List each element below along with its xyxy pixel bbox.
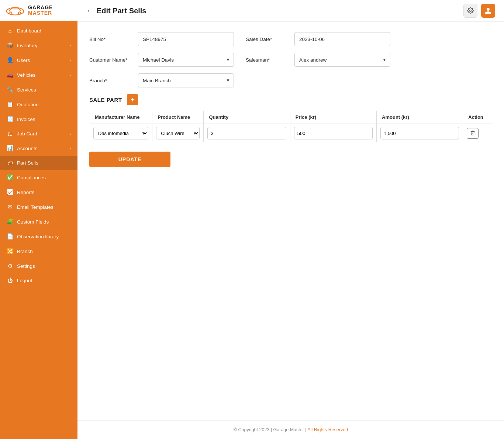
col-manufacturer: Manufacturer Name xyxy=(90,111,152,124)
bill-no-field: Bill No* xyxy=(89,32,234,46)
footer: © Copyright 2023 | Garage Master | All R… xyxy=(77,420,504,439)
salesman-field: Salesman* Alex andrew ▼ xyxy=(246,53,390,67)
main-content: ← Edit Part Sells Bill No* xyxy=(77,0,504,439)
sidebar-item-part-sells[interactable]: 🏷Part Sells xyxy=(0,156,77,170)
sidebar-item-branch[interactable]: 🔀Branch xyxy=(0,244,77,259)
sale-part-header: SALE PART + xyxy=(89,94,492,105)
sidebar-item-label-settings: Settings xyxy=(17,263,35,269)
manufacturer-select-wrap: Das infomedia ▼ xyxy=(93,127,148,139)
topbar: ← Edit Part Sells xyxy=(77,0,504,22)
sales-date-label: Sales Date* xyxy=(246,37,290,42)
table-header-row: Manufacturer Name Product Name Quantity … xyxy=(90,111,492,124)
sidebar-item-label-logout: Logout xyxy=(17,278,32,283)
svg-point-4 xyxy=(19,12,20,14)
update-button[interactable]: UPDATE xyxy=(89,152,170,167)
branch-select-wrap: Main Branch ▼ xyxy=(138,73,234,87)
price-input[interactable] xyxy=(294,127,373,139)
salesman-label: Salesman* xyxy=(246,57,290,63)
services-icon: 🔧 xyxy=(7,86,13,93)
compliances-icon: ✅ xyxy=(7,174,13,181)
sidebar-item-label-job-card: Job Card xyxy=(17,131,37,136)
user-profile-button[interactable] xyxy=(481,4,495,18)
quotation-icon: 📋 xyxy=(7,101,13,108)
sidebar-item-email-templates[interactable]: ✉Email Templates xyxy=(0,200,77,214)
sidebar-item-label-users: Users xyxy=(17,58,30,63)
manufacturer-select[interactable]: Das infomedia xyxy=(93,127,148,139)
quantity-input[interactable] xyxy=(207,127,286,139)
topbar-title-area: ← Edit Part Sells xyxy=(86,7,146,15)
sales-date-input[interactable] xyxy=(294,32,390,46)
customer-name-field: Customer Name* Michael Davis ▼ xyxy=(89,53,234,67)
parts-table: Manufacturer Name Product Name Quantity … xyxy=(89,110,492,143)
sidebar-item-dashboard[interactable]: ⌂Dashboard xyxy=(0,24,77,38)
bill-no-label: Bill No* xyxy=(89,37,134,42)
sidebar-item-label-invoices: Invoices xyxy=(17,117,35,122)
sidebar-item-label-custom-fields: Custom Fields xyxy=(17,219,49,225)
svg-point-5 xyxy=(470,10,472,12)
footer-text: © Copyright 2023 | Garage Master | All R… xyxy=(234,427,348,432)
cell-amount xyxy=(377,124,463,143)
product-select[interactable]: Cluch Wire xyxy=(156,127,200,139)
sidebar-item-job-card[interactable]: 🗂Job Card› xyxy=(0,127,77,141)
amount-input[interactable] xyxy=(380,127,459,139)
sidebar-item-services[interactable]: 🔧Services xyxy=(0,82,77,97)
sidebar-item-custom-fields[interactable]: 🧩Custom Fields xyxy=(0,214,77,229)
svg-point-3 xyxy=(10,12,11,14)
sales-date-field: Sales Date* xyxy=(246,32,390,46)
sidebar-item-label-part-sells: Part Sells xyxy=(17,160,38,166)
inventory-arrow-icon: › xyxy=(69,43,71,48)
customer-name-label: Customer Name* xyxy=(89,57,134,63)
col-product: Product Name xyxy=(152,111,204,124)
table-row: Das infomedia ▼ Cluch Wire ▼ xyxy=(90,124,492,143)
sidebar-item-label-services: Services xyxy=(17,87,36,93)
job-card-icon: 🗂 xyxy=(7,131,13,137)
email-templates-icon: ✉ xyxy=(7,204,13,210)
dashboard-icon: ⌂ xyxy=(7,28,13,34)
sidebar-item-compliances[interactable]: ✅Compliances xyxy=(0,170,77,185)
back-button[interactable]: ← xyxy=(86,7,93,15)
settings-icon: ⚙ xyxy=(7,263,13,269)
cell-price xyxy=(290,124,376,143)
delete-row-button[interactable] xyxy=(467,128,479,139)
col-action: Action xyxy=(463,111,492,124)
sidebar-item-observation-library[interactable]: 📄Observation library xyxy=(0,229,77,244)
sidebar-item-logout[interactable]: ⏻Logout xyxy=(0,273,77,288)
bill-no-input[interactable] xyxy=(138,32,234,46)
sidebar-item-label-email-templates: Email Templates xyxy=(17,204,53,210)
vehicles-icon: 🚗 xyxy=(7,72,13,78)
sidebar-item-vehicles[interactable]: 🚗Vehicles› xyxy=(0,68,77,82)
sidebar-item-accounts[interactable]: 📊Accounts› xyxy=(0,141,77,156)
job-card-arrow-icon: › xyxy=(69,132,71,136)
sidebar-item-quotation[interactable]: 📋Quotation xyxy=(0,97,77,112)
branch-icon: 🔀 xyxy=(7,248,13,255)
salesman-select[interactable]: Alex andrew xyxy=(294,53,390,67)
sidebar-item-users[interactable]: 👤Users› xyxy=(0,53,77,68)
footer-link[interactable]: All Rights Reserved xyxy=(307,427,348,432)
sidebar-item-invoices[interactable]: 🧾Invoices xyxy=(0,112,77,127)
sidebar-item-settings[interactable]: ⚙Settings xyxy=(0,259,77,273)
salesman-select-wrap: Alex andrew ▼ xyxy=(294,53,390,67)
col-price: Price (kr) xyxy=(290,111,376,124)
settings-icon-button[interactable] xyxy=(463,4,477,18)
sidebar-item-label-inventory: Inventory xyxy=(17,43,38,48)
vehicles-arrow-icon: › xyxy=(69,73,71,77)
sidebar-navigation: ⌂Dashboard📦Inventory›👤Users›🚗Vehicles›🔧S… xyxy=(0,21,77,439)
topbar-icons xyxy=(463,4,495,18)
customer-name-select[interactable]: Michael Davis xyxy=(138,53,234,67)
add-part-button[interactable]: + xyxy=(127,94,138,105)
branch-label: Branch* xyxy=(89,78,134,83)
col-quantity: Quantity xyxy=(204,111,290,124)
sale-part-label: SALE PART xyxy=(89,97,122,103)
observation-library-icon: 📄 xyxy=(7,233,13,240)
invoices-icon: 🧾 xyxy=(7,116,13,122)
sidebar-item-reports[interactable]: 📈Reports xyxy=(0,185,77,200)
branch-select[interactable]: Main Branch xyxy=(138,73,234,87)
sidebar-item-inventory[interactable]: 📦Inventory› xyxy=(0,38,77,53)
inventory-icon: 📦 xyxy=(7,42,13,49)
sidebar-item-label-quotation: Quotation xyxy=(17,102,39,107)
cell-product: Cluch Wire ▼ xyxy=(152,124,204,143)
custom-fields-icon: 🧩 xyxy=(7,218,13,225)
sidebar-item-label-reports: Reports xyxy=(17,190,34,195)
sidebar-item-label-compliances: Compliances xyxy=(17,175,46,180)
part-sells-icon: 🏷 xyxy=(7,160,13,166)
